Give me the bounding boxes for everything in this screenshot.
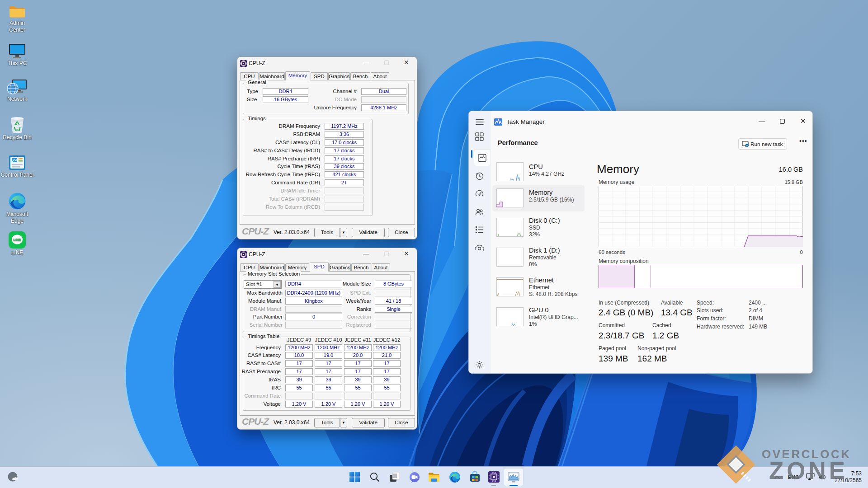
svg-text:CPUID: CPUID xyxy=(492,472,496,474)
svg-text:ZONE: ZONE xyxy=(769,457,848,484)
svg-text:LINE: LINE xyxy=(13,238,21,242)
svg-text:CPU-Z: CPU-Z xyxy=(492,480,496,482)
